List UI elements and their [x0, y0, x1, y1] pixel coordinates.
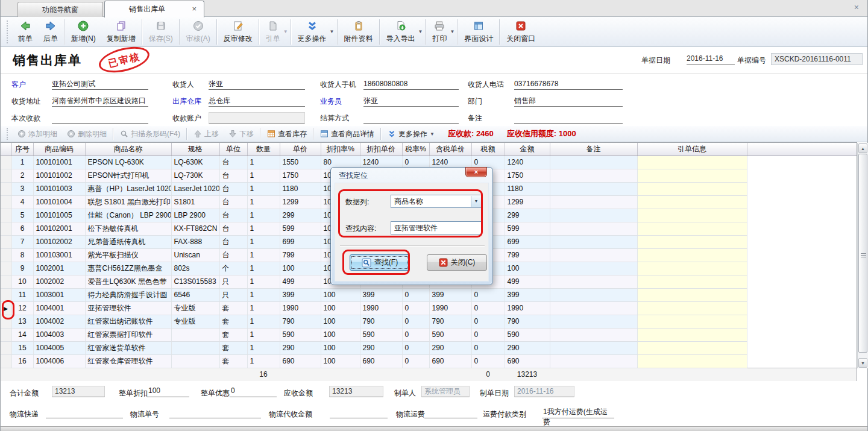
cell[interactable]: 100102002: [33, 235, 85, 248]
view-product-detail-button[interactable]: 查看商品详情: [315, 127, 379, 141]
cell[interactable]: 1: [247, 209, 280, 222]
cell[interactable]: 299: [280, 209, 321, 222]
cell[interactable]: 100: [280, 262, 321, 275]
cell[interactable]: [637, 222, 747, 235]
cell[interactable]: [637, 262, 747, 275]
cell[interactable]: 1: [247, 182, 280, 195]
cell[interactable]: [550, 182, 637, 195]
dropdown-arrow-icon[interactable]: ▼: [418, 29, 423, 34]
unapprove-edit-button[interactable]: 反审修改: [218, 18, 258, 46]
row-selector[interactable]: [1, 156, 11, 169]
cell[interactable]: 1: [247, 301, 280, 315]
cell[interactable]: 16: [11, 354, 33, 368]
grid-more-actions-button[interactable]: 更多操作 ▼: [383, 127, 439, 141]
add-detail-button[interactable]: 添加明细: [13, 127, 62, 141]
cell[interactable]: 1180: [505, 182, 550, 195]
cell[interactable]: 1990: [360, 301, 402, 315]
cell[interactable]: 套: [219, 301, 247, 315]
cell[interactable]: [637, 209, 747, 222]
cell[interactable]: 6: [11, 222, 33, 235]
ui-design-button[interactable]: 界面设计: [459, 18, 498, 46]
cell[interactable]: 6546: [171, 288, 219, 301]
copy-new-button[interactable]: 复制新增: [101, 18, 141, 46]
cell[interactable]: [550, 328, 637, 341]
column-header[interactable]: 商品编码: [33, 143, 85, 156]
approve-button[interactable]: 审核(A): [181, 18, 216, 46]
cell[interactable]: 1: [247, 169, 280, 182]
row-selector[interactable]: [1, 169, 11, 182]
cell[interactable]: 1: [247, 288, 280, 301]
cell[interactable]: 0: [402, 341, 429, 354]
warehouse-field[interactable]: 总仓库: [209, 95, 305, 107]
cell[interactable]: 0: [402, 328, 429, 341]
cell[interactable]: 惠普CH561ZZ黑色墨盒: [85, 262, 171, 275]
vertical-scrollbar[interactable]: ▲ ▼: [857, 143, 868, 368]
scroll-down-button[interactable]: ▼: [858, 358, 867, 368]
cell[interactable]: 惠普（HP）LaserJet 1020: [85, 182, 171, 195]
cell[interactable]: LQ-630K: [171, 156, 219, 169]
cell[interactable]: 1: [247, 248, 280, 262]
dept-field[interactable]: 销售部: [514, 95, 623, 107]
cell[interactable]: 790: [429, 315, 471, 328]
cell[interactable]: 100101001: [33, 156, 85, 169]
cell[interactable]: 兄弟普通纸传真机: [85, 235, 171, 248]
tab-sales-outbound[interactable]: 销售出库单 ×: [104, 1, 204, 17]
cell[interactable]: 1004002: [33, 315, 85, 328]
cell[interactable]: 1990: [429, 301, 471, 315]
cell[interactable]: 7: [11, 235, 33, 248]
next-doc-button[interactable]: 后单: [38, 18, 63, 46]
dialog-close-action-button[interactable]: 关闭(C): [427, 254, 487, 271]
cell[interactable]: 699: [280, 235, 321, 248]
cell[interactable]: [637, 195, 747, 209]
cell[interactable]: 399: [505, 288, 550, 301]
cell[interactable]: [637, 275, 747, 288]
cell[interactable]: 1180: [280, 182, 321, 195]
cell[interactable]: 1002001: [33, 262, 85, 275]
cell[interactable]: 1: [247, 156, 280, 169]
cell[interactable]: 100101003: [33, 182, 85, 195]
cell[interactable]: [550, 301, 637, 315]
cell[interactable]: [637, 248, 747, 262]
cell[interactable]: 100101002: [33, 169, 85, 182]
cell[interactable]: 0: [471, 341, 505, 354]
cell[interactable]: 599: [505, 222, 550, 235]
cell[interactable]: 100: [505, 262, 550, 275]
salesman-field[interactable]: 张亚: [363, 95, 459, 107]
column-header[interactable]: 商品名称: [85, 143, 171, 156]
row-selector[interactable]: [1, 209, 11, 222]
cell[interactable]: 799: [280, 248, 321, 262]
column-header[interactable]: 数量: [247, 143, 280, 156]
cell[interactable]: 套: [219, 315, 247, 328]
column-header[interactable]: 税率%: [402, 143, 429, 156]
new-button[interactable]: 新增(N): [66, 18, 101, 46]
column-header[interactable]: 金额: [505, 143, 550, 156]
cell[interactable]: 联想 S1801 黑白激光打印: [85, 195, 171, 209]
column-header[interactable]: 序号: [11, 143, 33, 156]
delete-detail-button[interactable]: 删除明细: [62, 127, 112, 141]
cell[interactable]: 690: [429, 354, 471, 368]
cell[interactable]: 1: [247, 315, 280, 328]
cell[interactable]: 802s: [171, 262, 219, 275]
cell[interactable]: [550, 235, 637, 248]
row-selector[interactable]: [1, 288, 11, 301]
dropdown-arrow-icon[interactable]: ▼: [330, 29, 335, 34]
cell[interactable]: 4: [11, 195, 33, 209]
cell[interactable]: 299: [505, 209, 550, 222]
cell[interactable]: 台: [219, 209, 247, 222]
cell[interactable]: 100102001: [33, 222, 85, 235]
cell[interactable]: [637, 301, 747, 315]
customer-label[interactable]: 客户: [11, 79, 26, 90]
cell[interactable]: 1240: [505, 156, 550, 169]
column-header[interactable]: 引单信息: [637, 143, 747, 156]
close-window-button[interactable]: 关闭窗口: [501, 18, 541, 46]
order-promo-field[interactable]: 0: [230, 386, 277, 397]
cell[interactable]: 690: [360, 354, 402, 368]
column-header[interactable]: 规格: [171, 143, 219, 156]
phone-field[interactable]: 03716678678: [514, 78, 623, 90]
tab-nav-window[interactable]: 功能导航窗: [17, 2, 103, 17]
cell[interactable]: 得力经典防滑握手设计圆: [85, 288, 171, 301]
cell[interactable]: 100: [321, 301, 360, 315]
cell[interactable]: 790: [505, 315, 550, 328]
column-header[interactable]: 折扣率%: [321, 143, 360, 156]
cell[interactable]: [171, 328, 219, 341]
